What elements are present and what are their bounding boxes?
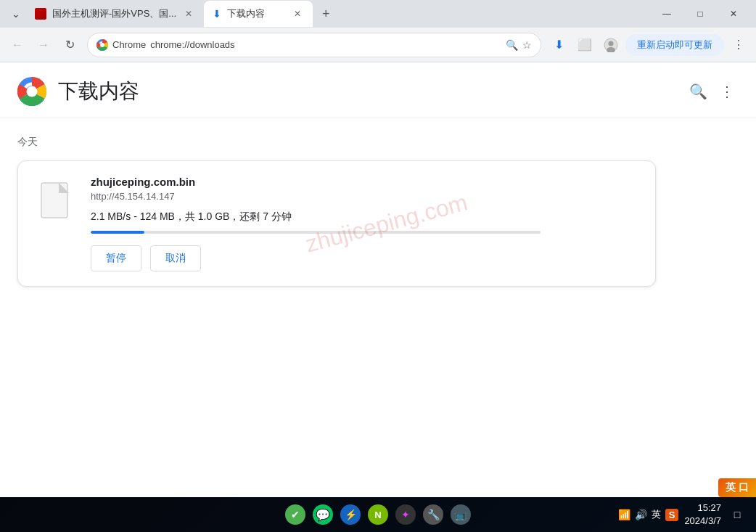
progress-bar-background: [91, 231, 541, 234]
page-header-right: 🔍 ⋮: [686, 80, 739, 103]
today-section-label: 今天: [17, 136, 739, 149]
notification-button[interactable]: □: [727, 504, 747, 525]
back-button[interactable]: ←: [6, 33, 29, 57]
chrome-logo-icon: [17, 77, 46, 106]
page-search-button[interactable]: 🔍: [686, 80, 710, 103]
taskbar-icon-app2[interactable]: 📺: [451, 504, 471, 525]
cancel-button[interactable]: 取消: [150, 245, 201, 271]
page-header-left: 下载内容: [17, 77, 139, 106]
maximize-button[interactable]: □: [683, 0, 717, 28]
clock-area[interactable]: 15:27 2024/3/7: [684, 502, 721, 528]
omnibox-url: chrome://downloads: [150, 39, 501, 50]
download-status-icon[interactable]: ⬇: [547, 33, 570, 57]
taskbar-icon-bluetooth[interactable]: ⚡: [340, 504, 361, 525]
tab1-close-button[interactable]: ✕: [182, 7, 195, 20]
download-status: 2.1 MB/s - 124 MB，共 1.0 GB，还剩 7 分钟: [91, 210, 638, 224]
taskbar: ✔ 💬 ⚡ N ✦ 🔧 📺 📶 🔊 英 S: [0, 497, 756, 532]
svg-point-10: [27, 86, 38, 97]
reload-button[interactable]: ↻: [58, 33, 81, 57]
taskbar-center-icons: ✔ 💬 ⚡ N ✦ 🔧 📺: [285, 504, 471, 525]
toolbar: ← → ↻ Chrome chrome://downloads 🔍 ☆ ⬇ ⬜: [0, 28, 756, 62]
toolbar-right: ⬇ ⬜ 重新启动即可更新 ⋮: [547, 33, 750, 57]
tab2-download-icon: ⬇: [213, 8, 221, 20]
minimize-button[interactable]: —: [650, 0, 683, 28]
clock-date: 2024/3/7: [684, 515, 721, 528]
new-tab-button[interactable]: +: [316, 4, 336, 24]
page-header: 下载内容 🔍 ⋮: [0, 62, 756, 118]
tabs-area: 国外主机测评-国外VPS、国... ✕ ⬇ 下载内容 ✕ +: [26, 1, 650, 27]
split-screen-icon[interactable]: ⬜: [573, 33, 596, 57]
title-bar: ⌄ 国外主机测评-国外VPS、国... ✕ ⬇ 下载内容 ✕ + — □ ✕: [0, 0, 756, 28]
page-menu-button[interactable]: ⋮: [715, 80, 739, 103]
taskbar-icon-wechat[interactable]: 💬: [313, 504, 333, 525]
pause-button[interactable]: 暂停: [91, 245, 141, 271]
tab-active[interactable]: ⬇ 下载内容 ✕: [204, 1, 313, 27]
tab-list-btn[interactable]: ⌄: [6, 4, 26, 24]
omnibox[interactable]: Chrome chrome://downloads 🔍 ☆: [87, 33, 541, 57]
sogou-tray-icon[interactable]: S: [665, 509, 679, 521]
download-info: zhujiceping.com.bin http://45.154.14.147…: [91, 176, 638, 271]
progress-bar-fill: [91, 231, 144, 234]
taskbar-right: 📶 🔊 英 S 15:27 2024/3/7 □: [618, 502, 747, 528]
svg-point-3: [100, 43, 104, 47]
omnibox-favicon-icon: [96, 39, 108, 51]
window-controls: — □ ✕: [650, 0, 750, 28]
file-icon-area: [36, 181, 76, 219]
taskbar-icon-nvidia[interactable]: N: [368, 504, 388, 525]
omnibox-search-icon[interactable]: 🔍: [506, 39, 518, 51]
download-card: zhujiceping.com zhujiceping.com.bin http…: [17, 160, 656, 287]
tab2-title: 下载内容: [227, 7, 285, 20]
tab-inactive[interactable]: 国外主机测评-国外VPS、国... ✕: [26, 1, 204, 27]
file-icon: [40, 181, 72, 219]
notification-icon: □: [734, 509, 740, 520]
forward-button[interactable]: →: [32, 33, 55, 57]
tab2-close-button[interactable]: ✕: [291, 7, 304, 20]
profile-icon[interactable]: [599, 33, 623, 57]
volume-icon[interactable]: 🔊: [635, 509, 647, 520]
taskbar-icon-colors[interactable]: ✦: [395, 504, 416, 525]
svg-point-5: [609, 41, 614, 46]
tab1-favicon-icon: [35, 8, 46, 20]
wifi-icon[interactable]: 📶: [618, 509, 630, 520]
page-body: 今天 zhujiceping.com zhujiceping.com.bin h…: [0, 118, 756, 304]
taskbar-icon-checkmark[interactable]: ✔: [285, 504, 305, 525]
chrome-menu-button[interactable]: ⋮: [727, 33, 750, 57]
download-filename: zhujiceping.com.bin: [91, 176, 638, 188]
input-method-label[interactable]: 英: [652, 508, 661, 521]
tab1-title: 国外主机测评-国外VPS、国...: [52, 7, 176, 20]
taskbar-icon-app1[interactable]: 🔧: [423, 504, 443, 525]
omnibox-star-icon[interactable]: ☆: [522, 39, 532, 51]
close-button[interactable]: ✕: [717, 0, 750, 28]
system-tray: 📶 🔊 英 S: [618, 508, 679, 521]
download-actions: 暂停 取消: [91, 245, 638, 271]
sogou-badge-label: 英 口: [726, 481, 749, 494]
sogou-input-badge[interactable]: 英 口: [718, 478, 756, 497]
clock-time: 15:27: [684, 502, 721, 515]
download-url: http://45.154.14.147: [91, 191, 638, 202]
update-restart-button[interactable]: 重新启动即可更新: [625, 34, 724, 56]
page-content: 下载内容 🔍 ⋮ 今天 zhujiceping.com zhujicepin: [0, 62, 756, 497]
page-title: 下载内容: [58, 78, 139, 105]
omnibox-brand-label: Chrome: [112, 39, 146, 50]
